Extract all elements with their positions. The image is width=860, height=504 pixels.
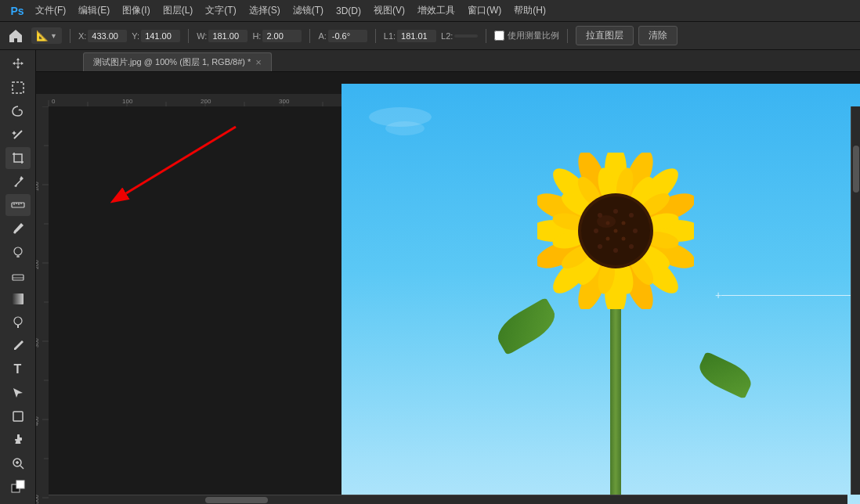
crop-tool[interactable] <box>5 147 31 169</box>
menu-select[interactable]: 选择(S) <box>244 2 286 19</box>
canvas-area: 测试图片.jpg @ 100% (图层 1, RGB/8#) * × <box>36 50 860 504</box>
menu-file[interactable]: 文件(F) <box>30 2 71 19</box>
menu-layer[interactable]: 图层(L) <box>157 2 199 19</box>
svg-point-118 <box>614 229 618 233</box>
pen-tool[interactable] <box>5 335 31 357</box>
shape-tool[interactable] <box>5 405 31 427</box>
svg-point-115 <box>622 221 626 225</box>
image-canvas[interactable]: CSDN @跟 耿瑞 卷出一片天 <box>341 84 860 504</box>
menu-filter[interactable]: 滤镜(T) <box>287 2 329 19</box>
eyedropper-tool[interactable] <box>5 171 31 193</box>
move-tool[interactable] <box>5 53 31 75</box>
scrollbar-horizontal[interactable] <box>49 495 847 504</box>
l2-value[interactable] <box>454 34 478 38</box>
magic-wand-tool[interactable] <box>5 124 31 146</box>
path-select-tool[interactable] <box>5 382 31 404</box>
foreground-background-colors[interactable] <box>5 476 31 498</box>
menu-window[interactable]: 窗口(W) <box>462 2 507 19</box>
svg-point-13 <box>14 317 22 325</box>
a-value[interactable]: -0.6° <box>328 30 367 42</box>
document-tab-title: 测试图片.jpg @ 100% (图层 1, RGB/8#) * <box>93 56 251 68</box>
tool-selector[interactable]: 📐 ▼ <box>31 27 62 44</box>
use-measurement-scale-checkbox[interactable] <box>494 31 504 41</box>
measure-line-inner <box>721 295 860 296</box>
ps-logo-text: Ps <box>10 5 23 17</box>
y-coord-group: Y: 141.00 <box>132 30 180 42</box>
w-coord-group: W: 181.00 <box>197 30 248 42</box>
app-logo: Ps <box>6 2 28 20</box>
main-area: T 测试图片.jpg @ 100% (图层 1, RGB/8#) * × <box>0 50 860 504</box>
svg-point-107 <box>613 209 618 214</box>
svg-point-117 <box>606 237 610 241</box>
menu-image[interactable]: 图像(I) <box>117 2 155 19</box>
l2-label: L2: <box>441 31 453 41</box>
use-measurement-scale-label: 使用测量比例 <box>508 30 559 41</box>
menu-text[interactable]: 文字(T) <box>200 2 241 19</box>
svg-line-1 <box>14 131 22 139</box>
ruler-tool-icon: 📐 <box>36 30 49 41</box>
separator3 <box>309 29 310 43</box>
l1-coord-group: L1: 181.01 <box>384 30 436 42</box>
svg-point-109 <box>633 229 638 233</box>
w-label: W: <box>197 31 207 41</box>
left-toolbar: T <box>0 50 36 504</box>
lasso-tool[interactable] <box>5 100 31 122</box>
y-value[interactable]: 141.00 <box>141 30 180 42</box>
dodge-tool[interactable] <box>5 311 31 333</box>
annotation-arrow <box>79 119 251 213</box>
svg-rect-21 <box>16 481 24 488</box>
brush-tool[interactable] <box>5 218 31 239</box>
svg-text:300: 300 <box>36 338 39 347</box>
menu-3d[interactable]: 3D(D) <box>331 4 367 18</box>
svg-point-119 <box>597 215 616 228</box>
h-coord-group: H: 2.00 <box>252 30 302 42</box>
svg-text:400: 400 <box>36 416 39 426</box>
clone-stamp-tool[interactable] <box>5 241 31 263</box>
svg-text:100: 100 <box>122 98 133 105</box>
svg-point-113 <box>594 229 598 233</box>
type-tool[interactable]: T <box>5 358 31 380</box>
menu-plugins[interactable]: 增效工具 <box>412 2 461 19</box>
h-value[interactable]: 2.00 <box>262 30 302 42</box>
ruler-tool[interactable] <box>5 194 31 216</box>
options-bar: 📐 ▼ X: 433.00 Y: 141.00 W: 181.00 H: 2.0… <box>0 22 860 50</box>
hand-tool[interactable] <box>5 429 31 451</box>
home-button[interactable] <box>5 25 27 47</box>
marquee-rect-tool[interactable] <box>5 77 31 99</box>
svg-rect-0 <box>13 82 23 93</box>
gradient-tool[interactable] <box>5 288 31 310</box>
svg-point-108 <box>629 213 634 218</box>
svg-rect-12 <box>13 293 23 304</box>
l1-value[interactable]: 181.01 <box>397 30 436 42</box>
clear-button[interactable]: 清除 <box>638 26 678 45</box>
use-measurement-scale-group: 使用测量比例 <box>494 30 559 41</box>
a-coord-group: A: -0.6° <box>318 30 367 42</box>
svg-text:0: 0 <box>52 98 56 105</box>
menu-edit[interactable]: 编辑(E) <box>73 2 115 19</box>
svg-point-111 <box>613 248 618 253</box>
scrollbar-vertical[interactable] <box>851 106 860 495</box>
svg-text:200: 200 <box>36 260 39 269</box>
flower-head <box>537 153 694 309</box>
tab-close-button[interactable]: × <box>255 57 262 67</box>
l2-coord-group: L2: <box>441 31 478 41</box>
a-label: A: <box>318 31 326 41</box>
svg-rect-54 <box>36 106 49 504</box>
document-tab[interactable]: 测试图片.jpg @ 100% (图层 1, RGB/8#) * × <box>83 52 272 71</box>
menu-view[interactable]: 视图(V) <box>368 2 410 19</box>
svg-line-17 <box>20 466 23 469</box>
menubar: Ps 文件(F) 编辑(E) 图像(I) 图层(L) 文字(T) 选择(S) 滤… <box>0 0 860 22</box>
svg-point-110 <box>629 244 634 249</box>
straighten-layer-button[interactable]: 拉直图层 <box>576 26 634 45</box>
svg-rect-11 <box>13 275 23 280</box>
w-value[interactable]: 181.00 <box>208 30 248 42</box>
x-value[interactable]: 433.00 <box>88 30 127 42</box>
eraser-tool[interactable] <box>5 265 31 286</box>
svg-text:200: 200 <box>201 98 211 105</box>
separator6 <box>567 29 568 43</box>
menu-help[interactable]: 帮助(H) <box>508 2 551 19</box>
zoom-tool[interactable] <box>5 452 31 474</box>
y-label: Y: <box>132 31 139 41</box>
svg-text:100: 100 <box>36 182 39 191</box>
x-label: X: <box>78 31 86 41</box>
